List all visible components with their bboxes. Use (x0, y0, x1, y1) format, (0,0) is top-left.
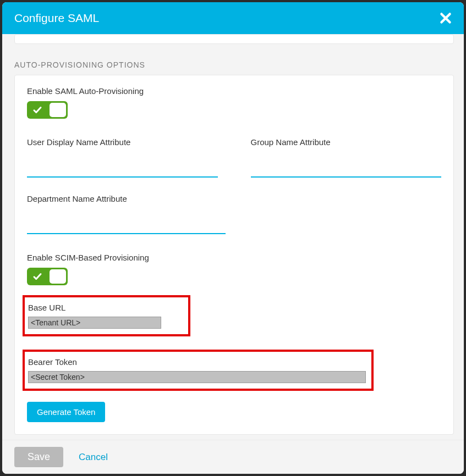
group-name-input[interactable] (251, 162, 442, 178)
enable-scim-label: Enable SCIM-Based Provisioning (27, 253, 441, 262)
cancel-link[interactable]: Cancel (79, 452, 108, 463)
auto-provisioning-card: Enable SAML Auto-Provisioning User Displ… (14, 75, 454, 435)
bearer-token-input[interactable] (28, 371, 366, 383)
modal-header: Configure SAML (2, 2, 464, 34)
base-url-label: Base URL (28, 303, 185, 312)
configure-saml-modal: Configure SAML AUTO-PROVISIONING OPTIONS… (2, 2, 464, 474)
enable-saml-label: Enable SAML Auto-Provisioning (27, 86, 441, 96)
toggle-knob (50, 103, 66, 117)
section-title: AUTO-PROVISIONING OPTIONS (14, 60, 454, 69)
base-url-input[interactable] (28, 317, 161, 329)
save-button[interactable]: Save (14, 447, 63, 467)
modal-footer: Save Cancel (2, 440, 464, 474)
previous-section-card (14, 34, 454, 44)
enable-saml-toggle[interactable] (27, 101, 68, 119)
department-label: Department Name Attribute (27, 194, 226, 203)
close-button[interactable] (438, 11, 453, 25)
bearer-token-highlight: Bearer Token (23, 350, 374, 391)
modal-title: Configure SAML (14, 12, 99, 25)
user-display-col: User Display Name Attribute (27, 137, 218, 178)
group-name-label: Group Name Attribute (251, 137, 442, 147)
generate-token-button[interactable]: Generate Token (27, 402, 105, 422)
bearer-token-label: Bearer Token (28, 357, 368, 367)
base-url-highlight: Base URL (23, 295, 190, 336)
user-display-label: User Display Name Attribute (27, 137, 218, 147)
department-block: Department Name Attribute (27, 194, 226, 234)
toggle-knob (50, 269, 66, 284)
modal-body[interactable]: AUTO-PROVISIONING OPTIONS Enable SAML Au… (2, 34, 464, 440)
enable-scim-block: Enable SCIM-Based Provisioning (27, 253, 441, 285)
group-name-col: Group Name Attribute (251, 137, 442, 178)
enable-saml-block: Enable SAML Auto-Provisioning (27, 86, 441, 119)
department-input[interactable] (27, 219, 226, 234)
attribute-row: User Display Name Attribute Group Name A… (27, 137, 441, 178)
close-icon (438, 11, 453, 25)
check-icon (32, 105, 42, 115)
user-display-input[interactable] (27, 162, 218, 178)
check-icon (32, 272, 42, 281)
enable-scim-toggle[interactable] (27, 268, 68, 285)
